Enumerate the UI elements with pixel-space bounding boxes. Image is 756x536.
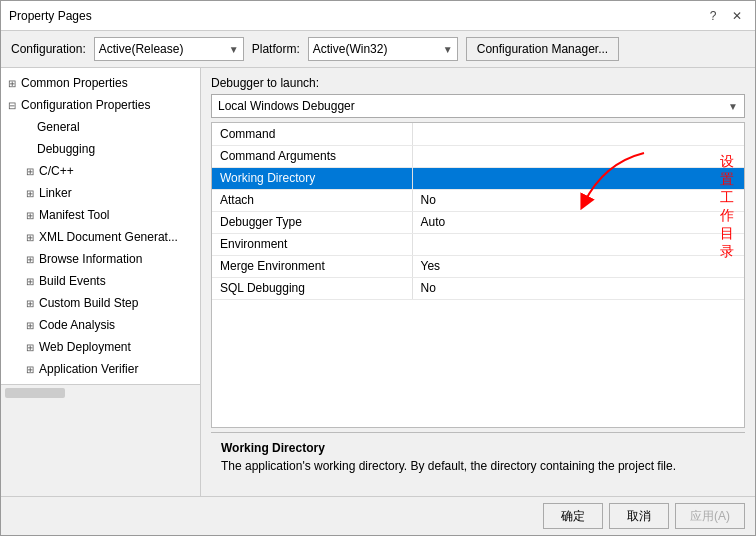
tree-item-custom-build[interactable]: ⊞Custom Build Step [1, 292, 200, 314]
prop-name-attach: Attach [212, 189, 412, 211]
tree-label-manifest-tool: Manifest Tool [39, 208, 109, 222]
tree-item-common-props[interactable]: ⊞Common Properties [1, 72, 200, 94]
apply-button[interactable]: 应用(A) [675, 503, 745, 529]
bottom-bar: 确定 取消 应用(A) [1, 496, 755, 535]
prop-value-attach: No [412, 189, 744, 211]
props-table-container: CommandCommand ArgumentsWorking Director… [211, 122, 745, 428]
config-value: Active(Release) [99, 42, 184, 56]
prop-value-environment [412, 233, 744, 255]
tree-label-cpp: C/C++ [39, 164, 74, 178]
tree-panel: ⊞Common Properties⊟Configuration Propert… [1, 68, 201, 384]
tree-label-app-verifier: Application Verifier [39, 362, 138, 376]
prop-value-sql-debug: No [412, 277, 744, 299]
prop-name-working-dir: Working Directory [212, 167, 412, 189]
tree-item-general[interactable]: General [1, 116, 200, 138]
debugger-label: Debugger to launch: [211, 76, 745, 90]
prop-row-sql-debug[interactable]: SQL DebuggingNo [212, 277, 744, 299]
tree-label-browse-info: Browse Information [39, 252, 142, 266]
prop-row-debugger-type[interactable]: Debugger TypeAuto [212, 211, 744, 233]
dialog-title: Property Pages [9, 9, 92, 23]
prop-value-merge-env: Yes [412, 255, 744, 277]
prop-row-command-args[interactable]: Command Arguments [212, 145, 744, 167]
config-dropdown[interactable]: Active(Release) ▼ [94, 37, 244, 61]
prop-name-environment: Environment [212, 233, 412, 255]
prop-name-merge-env: Merge Environment [212, 255, 412, 277]
tree-item-manifest-tool[interactable]: ⊞Manifest Tool [1, 204, 200, 226]
tree-expand-custom-build[interactable]: ⊞ [23, 296, 37, 310]
debugger-dropdown-arrow: ▼ [728, 101, 738, 112]
tree-label-custom-build: Custom Build Step [39, 296, 138, 310]
tree-label-linker: Linker [39, 186, 72, 200]
tree-item-code-analysis[interactable]: ⊞Code Analysis [1, 314, 200, 336]
tree-expand-app-verifier[interactable]: ⊞ [23, 362, 37, 376]
tree-label-build-events: Build Events [39, 274, 106, 288]
debugger-value: Local Windows Debugger [218, 99, 355, 113]
main-content: ⊞Common Properties⊟Configuration Propert… [1, 67, 755, 496]
tree-item-debugging[interactable]: Debugging [1, 138, 200, 160]
description-title: Working Directory [221, 441, 735, 455]
prop-value-command [412, 123, 744, 145]
prop-row-working-dir[interactable]: Working Directory [212, 167, 744, 189]
prop-row-environment[interactable]: Environment [212, 233, 744, 255]
tree-label-common-props: Common Properties [21, 76, 128, 90]
platform-dropdown[interactable]: Active(Win32) ▼ [308, 37, 458, 61]
tree-label-general: General [37, 120, 80, 134]
config-dropdown-arrow: ▼ [229, 44, 239, 55]
tree-expand-build-events[interactable]: ⊞ [23, 274, 37, 288]
ok-button[interactable]: 确定 [543, 503, 603, 529]
prop-value-working-dir [412, 167, 744, 189]
prop-name-command-args: Command Arguments [212, 145, 412, 167]
tree-expand-manifest-tool[interactable]: ⊞ [23, 208, 37, 222]
platform-dropdown-arrow: ▼ [443, 44, 453, 55]
debugger-row: Debugger to launch: Local Windows Debugg… [201, 68, 755, 122]
tree-item-app-verifier[interactable]: ⊞Application Verifier [1, 358, 200, 380]
tree-item-linker[interactable]: ⊞Linker [1, 182, 200, 204]
description-panel: Working Directory The application's work… [211, 432, 745, 492]
tree-expand-browse-info[interactable]: ⊞ [23, 252, 37, 266]
prop-name-command: Command [212, 123, 412, 145]
property-pages-dialog: Property Pages ? ✕ Configuration: Active… [0, 0, 756, 536]
close-button[interactable]: ✕ [727, 6, 747, 26]
tree-label-debugging: Debugging [37, 142, 95, 156]
scroll-thumb[interactable] [5, 388, 65, 398]
tree-expand-web-deploy[interactable]: ⊞ [23, 340, 37, 354]
tree-scrollbar[interactable] [1, 384, 200, 400]
description-text: The application's working directory. By … [221, 459, 735, 473]
tree-expand-code-analysis[interactable]: ⊞ [23, 318, 37, 332]
tree-expand-cpp[interactable]: ⊞ [23, 164, 37, 178]
prop-value-command-args [412, 145, 744, 167]
tree-item-build-events[interactable]: ⊞Build Events [1, 270, 200, 292]
cancel-button[interactable]: 取消 [609, 503, 669, 529]
prop-name-debugger-type: Debugger Type [212, 211, 412, 233]
prop-row-attach[interactable]: AttachNo [212, 189, 744, 211]
title-bar-left: Property Pages [9, 9, 92, 23]
props-table: CommandCommand ArgumentsWorking Director… [212, 123, 744, 300]
tree-expand-config-props[interactable]: ⊟ [5, 98, 19, 112]
tree-expand-common-props[interactable]: ⊞ [5, 76, 19, 90]
config-label: Configuration: [11, 42, 86, 56]
tree-expand-linker[interactable]: ⊞ [23, 186, 37, 200]
title-bar: Property Pages ? ✕ [1, 1, 755, 31]
config-manager-button[interactable]: Configuration Manager... [466, 37, 619, 61]
tree-label-code-analysis: Code Analysis [39, 318, 115, 332]
tree-label-web-deploy: Web Deployment [39, 340, 131, 354]
platform-value: Active(Win32) [313, 42, 388, 56]
tree-item-web-deploy[interactable]: ⊞Web Deployment [1, 336, 200, 358]
prop-value-debugger-type: Auto [412, 211, 744, 233]
config-row: Configuration: Active(Release) ▼ Platfor… [1, 31, 755, 67]
tree-item-browse-info[interactable]: ⊞Browse Information [1, 248, 200, 270]
tree-item-config-props[interactable]: ⊟Configuration Properties [1, 94, 200, 116]
title-bar-controls: ? ✕ [703, 6, 747, 26]
tree-item-cpp[interactable]: ⊞C/C++ [1, 160, 200, 182]
prop-row-merge-env[interactable]: Merge EnvironmentYes [212, 255, 744, 277]
platform-label: Platform: [252, 42, 300, 56]
tree-expand-xml-doc[interactable]: ⊞ [23, 230, 37, 244]
prop-name-sql-debug: SQL Debugging [212, 277, 412, 299]
tree-label-config-props: Configuration Properties [21, 98, 150, 112]
property-panel: Debugger to launch: Local Windows Debugg… [201, 68, 755, 496]
debugger-select[interactable]: Local Windows Debugger ▼ [211, 94, 745, 118]
prop-row-command[interactable]: Command [212, 123, 744, 145]
tree-label-xml-doc: XML Document Generat... [39, 230, 178, 244]
help-button[interactable]: ? [703, 6, 723, 26]
tree-item-xml-doc[interactable]: ⊞XML Document Generat... [1, 226, 200, 248]
